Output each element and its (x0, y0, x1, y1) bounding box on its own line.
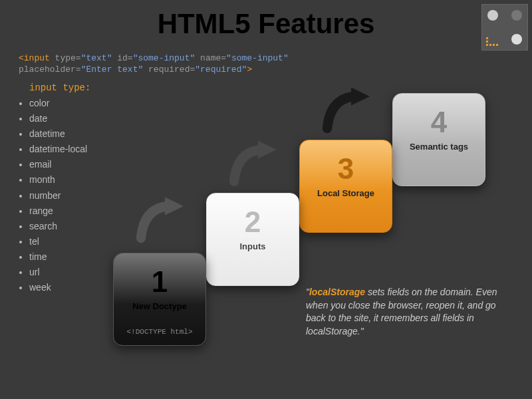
list-item: time (29, 249, 87, 265)
page-title: HTML5 Features (0, 0, 532, 40)
list-item: color (29, 96, 87, 111)
card-number: 2 (207, 205, 299, 239)
card-label: New Doctype (114, 301, 205, 311)
localstorage-quote: "localStorage sets fields on the domain.… (306, 286, 512, 338)
input-type-list: color date datetime datetime-local email… (19, 96, 87, 295)
list-item: search (29, 219, 87, 234)
list-item: date (29, 111, 87, 126)
list-item: week (29, 280, 87, 295)
card-label: Local Storage (300, 188, 392, 198)
code-snippet: <input type="text" id="some-input" name=… (19, 53, 289, 76)
arrow-icon (226, 136, 279, 190)
card-number: 1 (114, 265, 205, 299)
list-item: range (29, 203, 87, 219)
svg-marker-1 (258, 140, 277, 158)
card-number: 3 (300, 152, 392, 186)
arrow-icon (133, 193, 186, 246)
list-item: url (29, 265, 87, 280)
feature-card-semantic: 4 Semantic tags (392, 93, 485, 186)
card-subtext: <!DOCTYPE html> (114, 328, 205, 336)
list-item: number (29, 188, 87, 203)
logo-icon (481, 4, 528, 51)
arrow-icon (319, 83, 372, 136)
list-item: tel (29, 234, 87, 249)
list-item: email (29, 157, 87, 172)
card-label: Semantic tags (393, 142, 485, 152)
svg-marker-2 (351, 87, 370, 105)
card-label: Inputs (207, 241, 299, 251)
feature-card-inputs: 2 Inputs (206, 193, 299, 286)
list-item: month (29, 172, 87, 188)
input-type-label: input type: (29, 82, 90, 93)
list-item: datetime (29, 126, 87, 142)
card-number: 4 (393, 106, 485, 139)
feature-card-localstorage: 3 Local Storage (299, 140, 392, 233)
svg-marker-0 (165, 197, 184, 215)
list-item: datetime-local (29, 142, 87, 157)
feature-card-doctype: 1 New Doctype <!DOCTYPE html> (113, 253, 206, 346)
